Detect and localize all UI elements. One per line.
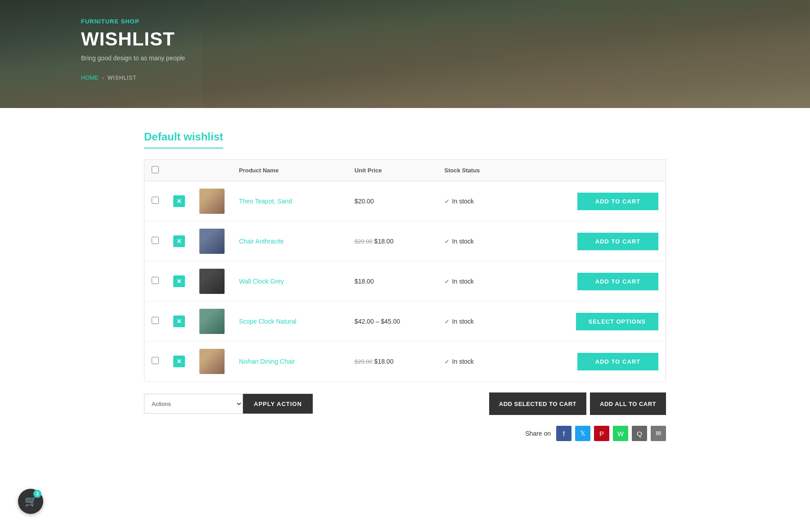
row-checkbox-1[interactable] bbox=[152, 197, 159, 204]
product-name-link-1[interactable]: Theo Teapot, Sand bbox=[239, 198, 292, 205]
row-checkbox-cell bbox=[144, 261, 166, 302]
stock-check-icon-2: ✓ bbox=[445, 238, 450, 245]
add-to-cart-button-2[interactable]: ADD TO CART bbox=[577, 233, 658, 250]
row-action-cell: ADD TO CART bbox=[527, 181, 666, 221]
hero-section: FURNITURE SHOP WISHLIST Bring good desig… bbox=[0, 0, 810, 108]
header-product-name: Product Name bbox=[232, 160, 347, 181]
select-all-checkbox[interactable] bbox=[152, 166, 159, 173]
share-whatsapp-button[interactable]: W bbox=[613, 426, 628, 441]
row-name-cell: Scope Clock Natural bbox=[232, 302, 347, 342]
share-pinterest-button[interactable]: P bbox=[594, 426, 609, 441]
row-action-cell: SELECT OPTIONS bbox=[527, 302, 666, 342]
remove-item-button-4[interactable]: ✕ bbox=[173, 316, 185, 327]
row-name-cell: Nishan Dining Chair bbox=[232, 342, 347, 382]
share-row: Share on f 𝕏 P W Q ✉ bbox=[144, 426, 666, 441]
stock-text-2: In stock bbox=[452, 238, 474, 245]
hero-description: Bring good design to as many people bbox=[81, 54, 185, 62]
add-selected-to-cart-button[interactable]: ADD SELECTED TO CART bbox=[489, 392, 586, 415]
row-remove-cell: ✕ bbox=[166, 181, 192, 221]
footer-right: ADD SELECTED TO CART ADD ALL TO CART bbox=[489, 392, 666, 415]
price-old-5: $20.00 bbox=[355, 358, 373, 365]
product-name-link-3[interactable]: Wall Clock Grey bbox=[239, 278, 284, 285]
table-row: ✕Theo Teapot, Sand$20.00✓In stockADD TO … bbox=[144, 181, 666, 221]
breadcrumb-separator: › bbox=[102, 75, 104, 81]
row-price-cell: $20.00$18.00 bbox=[347, 221, 437, 261]
header-img-cell bbox=[192, 160, 232, 181]
row-action-cell: ADD TO CART bbox=[527, 221, 666, 261]
product-image-1 bbox=[199, 189, 225, 214]
add-all-to-cart-button[interactable]: ADD ALL TO CART bbox=[590, 392, 666, 415]
row-checkbox-cell bbox=[144, 181, 166, 221]
hero-furniture-bg bbox=[202, 0, 810, 108]
row-stock-cell: ✓In stock bbox=[437, 221, 527, 261]
stock-status-1: ✓In stock bbox=[445, 198, 520, 205]
product-name-link-4[interactable]: Scope Clock Natural bbox=[239, 318, 297, 325]
remove-item-button-3[interactable]: ✕ bbox=[173, 275, 185, 287]
share-qzone-button[interactable]: Q bbox=[632, 426, 647, 441]
row-action-cell: ADD TO CART bbox=[527, 342, 666, 382]
header-action-cell bbox=[527, 160, 666, 181]
stock-status-3: ✓In stock bbox=[445, 278, 520, 285]
hero-subtitle: FURNITURE SHOP bbox=[81, 18, 185, 25]
stock-text-5: In stock bbox=[452, 358, 474, 365]
row-name-cell: Chair Anthracite bbox=[232, 221, 347, 261]
row-checkbox-4[interactable] bbox=[152, 317, 159, 324]
table-row: ✕Nishan Dining Chair$20.00$18.00✓In stoc… bbox=[144, 342, 666, 382]
row-remove-cell: ✕ bbox=[166, 261, 192, 302]
stock-status-4: ✓In stock bbox=[445, 318, 520, 325]
breadcrumb-home-link[interactable]: HOME bbox=[81, 74, 99, 81]
row-stock-cell: ✓In stock bbox=[437, 302, 527, 342]
header-remove-cell bbox=[166, 160, 192, 181]
wishlist-title: Default wishlist bbox=[144, 131, 223, 149]
add-to-cart-button-1[interactable]: ADD TO CART bbox=[577, 193, 658, 210]
remove-item-button-1[interactable]: ✕ bbox=[173, 195, 185, 207]
actions-select[interactable]: Actions Remove selected bbox=[144, 394, 243, 414]
add-to-cart-button-3[interactable]: ADD TO CART bbox=[577, 273, 658, 290]
main-content: Default wishlist Product Name Unit Price… bbox=[135, 108, 675, 468]
apply-action-button[interactable]: APPLY ACTION bbox=[243, 394, 313, 414]
row-price-cell: $18.00 bbox=[347, 261, 437, 302]
wishlist-table: Product Name Unit Price Stock Status ✕Th… bbox=[144, 159, 666, 382]
price-regular-3: $18.00 bbox=[355, 278, 374, 285]
share-email-button[interactable]: ✉ bbox=[651, 426, 666, 441]
row-img-cell bbox=[192, 261, 232, 302]
price-regular-1: $20.00 bbox=[355, 198, 374, 205]
table-header-row: Product Name Unit Price Stock Status bbox=[144, 160, 666, 181]
table-footer: Actions Remove selected APPLY ACTION ADD… bbox=[144, 392, 666, 415]
breadcrumb-current: WISHLIST bbox=[108, 75, 137, 81]
remove-item-button-5[interactable]: ✕ bbox=[173, 356, 185, 367]
stock-check-icon-3: ✓ bbox=[445, 278, 450, 285]
row-checkbox-5[interactable] bbox=[152, 357, 159, 364]
row-img-cell bbox=[192, 302, 232, 342]
price-regular-4: $42.00 – $45.00 bbox=[355, 318, 400, 325]
row-checkbox-2[interactable] bbox=[152, 237, 159, 244]
stock-text-3: In stock bbox=[452, 278, 474, 285]
row-remove-cell: ✕ bbox=[166, 221, 192, 261]
product-image-3 bbox=[199, 269, 225, 294]
row-price-cell: $42.00 – $45.00 bbox=[347, 302, 437, 342]
row-remove-cell: ✕ bbox=[166, 342, 192, 382]
header-checkbox-cell bbox=[144, 160, 166, 181]
remove-item-button-2[interactable]: ✕ bbox=[173, 235, 185, 247]
header-stock-status: Stock Status bbox=[437, 160, 527, 181]
share-twitter-button[interactable]: 𝕏 bbox=[575, 426, 590, 441]
row-action-cell: ADD TO CART bbox=[527, 261, 666, 302]
row-stock-cell: ✓In stock bbox=[437, 261, 527, 302]
product-image-2 bbox=[199, 229, 225, 254]
share-facebook-button[interactable]: f bbox=[556, 426, 572, 441]
table-row: ✕Chair Anthracite$20.00$18.00✓In stockAD… bbox=[144, 221, 666, 261]
row-remove-cell: ✕ bbox=[166, 302, 192, 342]
share-label: Share on bbox=[525, 430, 551, 437]
row-checkbox-cell bbox=[144, 221, 166, 261]
stock-check-icon-4: ✓ bbox=[445, 318, 450, 325]
row-img-cell bbox=[192, 181, 232, 221]
hero-title: WISHLIST bbox=[81, 28, 185, 50]
product-name-link-5[interactable]: Nishan Dining Chair bbox=[239, 358, 295, 365]
add-to-cart-button-5[interactable]: ADD TO CART bbox=[577, 353, 658, 370]
row-img-cell bbox=[192, 342, 232, 382]
product-name-link-2[interactable]: Chair Anthracite bbox=[239, 238, 284, 245]
row-price-cell: $20.00 bbox=[347, 181, 437, 221]
row-checkbox-3[interactable] bbox=[152, 277, 159, 284]
add-to-cart-button-4[interactable]: SELECT OPTIONS bbox=[576, 313, 658, 330]
stock-check-icon-1: ✓ bbox=[445, 198, 450, 205]
